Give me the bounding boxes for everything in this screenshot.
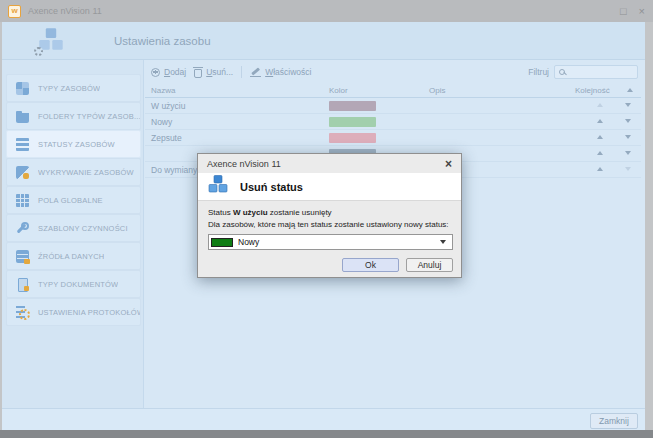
move-up-button[interactable] xyxy=(597,119,603,123)
window-title: Axence nVision 11 xyxy=(28,6,102,16)
dialog-message-line1: Status W użyciu zostanie usunięty xyxy=(208,207,453,219)
toolbar-separator xyxy=(241,66,242,78)
add-button[interactable]: Dodaj xyxy=(151,67,186,77)
folder-icon xyxy=(16,110,29,123)
filter-group: Filtruj xyxy=(528,65,638,79)
application-frame: w Axence nVision 11 □ × Ustawienia zasob… xyxy=(0,0,653,438)
window-controls: □ × xyxy=(620,6,645,17)
move-down-button[interactable] xyxy=(625,119,631,123)
filter-input[interactable] xyxy=(569,67,629,77)
sidebar-item-label: FOLDERY TYPÓW ZASOB... xyxy=(38,112,140,121)
filter-label: Filtruj xyxy=(528,67,549,77)
dialog-buttons: Ok Anuluj xyxy=(208,258,453,272)
sidebar-item[interactable]: POLA GLOBALNE xyxy=(6,186,141,214)
delete-button[interactable]: Usuń... xyxy=(194,67,233,78)
delete-status-icon xyxy=(208,175,228,198)
add-button-label: Dodaj xyxy=(164,67,186,77)
status-name: W użyciu xyxy=(151,101,185,111)
sidebar-item[interactable]: USTAWIENIA PROTOKOŁÓW xyxy=(6,298,141,326)
cancel-button[interactable]: Anuluj xyxy=(406,258,453,272)
sidebar-item-label: ŹRÓDŁA DANYCH xyxy=(38,252,104,261)
sidebar-item[interactable]: SZABLONY CZYNNOŚCI xyxy=(6,214,141,242)
dialog-titlebar[interactable]: Axence nVision 11 × xyxy=(198,154,461,173)
sidebar-item-label: POLA GLOBALNE xyxy=(38,196,103,205)
move-up-button[interactable] xyxy=(597,151,603,155)
sidebar-item-label: STATUSY ZASOBÓW xyxy=(38,140,115,149)
column-header-color[interactable]: Kolor xyxy=(329,86,348,95)
gear-icon xyxy=(34,47,43,56)
chevron-down-icon xyxy=(440,240,446,244)
properties-button-label: Właściwości xyxy=(265,67,311,77)
add-icon xyxy=(151,68,160,77)
database-icon xyxy=(16,250,29,263)
sidebar-item-label: USTAWIENIA PROTOKOŁÓW xyxy=(38,308,140,317)
sort-ascending-icon[interactable] xyxy=(627,88,633,92)
selected-status-color-swatch xyxy=(211,238,233,247)
sidebar-item[interactable]: TYPY ZASOBÓW xyxy=(6,74,141,102)
delete-button-label: Usuń... xyxy=(206,67,233,77)
sidebar-item[interactable]: ŹRÓDŁA DANYCH xyxy=(6,242,141,270)
resource-settings-icon xyxy=(38,28,64,54)
selected-status-label: Nowy xyxy=(238,237,259,247)
move-down-button[interactable] xyxy=(625,103,631,107)
sidebar-item-label: WYKRYWANIE ZASOBÓW xyxy=(38,168,134,177)
dialog-body: Status W użyciu zostanie usunięty Dla za… xyxy=(198,201,461,272)
sidebar-item[interactable]: STATUSY ZASOBÓW xyxy=(6,130,141,158)
discovery-icon xyxy=(16,166,29,179)
sidebar: TYPY ZASOBÓW FOLDERY TYPÓW ZASOB... STAT… xyxy=(2,60,144,408)
trash-icon xyxy=(194,69,202,78)
dialog-heading: Usuń status xyxy=(240,181,303,193)
page-title: Ustawienia zasobu xyxy=(114,22,211,60)
sidebar-item[interactable]: FOLDERY TYPÓW ZASOB... xyxy=(6,102,141,130)
page-header: Ustawienia zasobu xyxy=(2,22,645,60)
column-header-order[interactable]: Kolejność xyxy=(575,86,610,95)
move-down-button[interactable] xyxy=(625,135,631,139)
status-to-delete: W użyciu xyxy=(233,208,268,217)
move-up-button[interactable] xyxy=(597,135,603,139)
footer-bar: Zamknij xyxy=(2,408,645,430)
close-window-button[interactable]: × xyxy=(639,6,645,17)
close-panel-button[interactable]: Zamknij xyxy=(590,413,638,429)
table-row[interactable]: W użyciu xyxy=(145,98,641,114)
move-up-button[interactable] xyxy=(597,103,603,107)
status-list-icon xyxy=(16,138,29,151)
status-name: Nowy xyxy=(151,117,172,127)
dialog-close-icon[interactable]: × xyxy=(445,158,452,170)
document-icon xyxy=(16,278,29,291)
ok-button[interactable]: Ok xyxy=(342,258,399,272)
sidebar-item-label: TYPY DOKUMENTÓW xyxy=(38,280,118,289)
status-color-swatch xyxy=(329,133,376,143)
column-header-description[interactable]: Opis xyxy=(429,86,445,95)
pencil-icon xyxy=(250,67,261,77)
toolbar: Dodaj Usuń... Właściwości Filtruj xyxy=(145,62,645,82)
status-name: Zepsute xyxy=(151,133,182,143)
wrench-icon xyxy=(16,222,29,235)
maximize-button[interactable]: □ xyxy=(620,6,627,17)
column-header-name[interactable]: Nazwa xyxy=(151,86,175,95)
sidebar-item-label: TYPY ZASOBÓW xyxy=(38,84,100,93)
sidebar-item[interactable]: WYKRYWANIE ZASOBÓW xyxy=(6,158,141,186)
move-down-button[interactable] xyxy=(625,151,631,155)
protocol-settings-icon xyxy=(16,306,29,319)
dialog-header: Usuń status xyxy=(198,173,461,201)
move-up-button[interactable] xyxy=(597,167,603,171)
new-status-select[interactable]: Nowy xyxy=(208,234,453,250)
dialog-message-line2: Dla zasobów, które mają ten status zosta… xyxy=(208,219,453,231)
search-icon xyxy=(559,69,565,75)
properties-button[interactable]: Właściwości xyxy=(250,67,311,77)
sidebar-item[interactable]: TYPY DOKUMENTÓW xyxy=(6,270,141,298)
filter-box[interactable] xyxy=(554,65,638,79)
table-row[interactable]: Nowy xyxy=(145,114,641,130)
window-titlebar[interactable]: w Axence nVision 11 □ × xyxy=(0,0,653,22)
move-down-button[interactable] xyxy=(625,167,631,171)
status-color-swatch xyxy=(329,117,376,127)
grid-icon xyxy=(16,82,29,95)
table-grid-icon xyxy=(16,194,29,207)
table-header: Nazwa Kolor Opis Kolejność xyxy=(145,85,641,98)
nvision-logo-icon: w xyxy=(8,5,21,18)
status-name: Do wymiany xyxy=(151,165,197,175)
status-color-swatch xyxy=(329,101,376,111)
sidebar-item-label: SZABLONY CZYNNOŚCI xyxy=(38,224,128,233)
table-row[interactable]: Zepsute xyxy=(145,130,641,146)
window-edge-bottom xyxy=(0,430,653,438)
